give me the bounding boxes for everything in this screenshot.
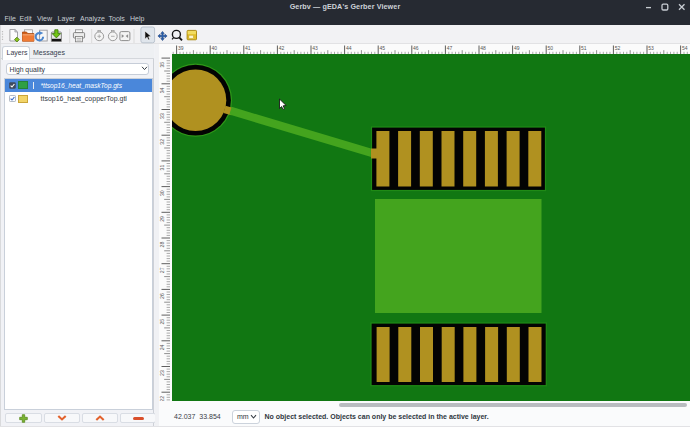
svg-text:48: 48 [480,45,486,51]
svg-text:39: 39 [178,45,184,51]
svg-text:35: 35 [159,62,165,68]
svg-text:30: 30 [159,190,165,196]
svg-text:52: 52 [615,45,621,51]
svg-text:45: 45 [380,45,386,51]
svg-text:46: 46 [413,45,419,51]
svg-text:53: 53 [648,45,654,51]
svg-text:40: 40 [212,45,218,51]
svg-text:29: 29 [159,216,165,222]
svg-text:25: 25 [159,319,165,325]
svg-text:24: 24 [159,344,165,350]
svg-text:28: 28 [159,242,165,248]
svg-text:41: 41 [245,45,251,51]
svg-text:43: 43 [312,45,318,51]
svg-text:32: 32 [159,139,165,145]
svg-text:50: 50 [548,45,554,51]
svg-text:23: 23 [159,370,165,376]
svg-text:54: 54 [682,45,688,51]
svg-text:47: 47 [447,45,453,51]
svg-text:51: 51 [581,45,587,51]
svg-text:34: 34 [159,87,165,93]
svg-text:33: 33 [159,113,165,119]
svg-text:27: 27 [159,267,165,273]
svg-text:26: 26 [159,293,165,299]
svg-text:31: 31 [159,165,165,171]
svg-text:42: 42 [279,45,285,51]
svg-text:49: 49 [514,45,520,51]
svg-text:44: 44 [346,45,352,51]
